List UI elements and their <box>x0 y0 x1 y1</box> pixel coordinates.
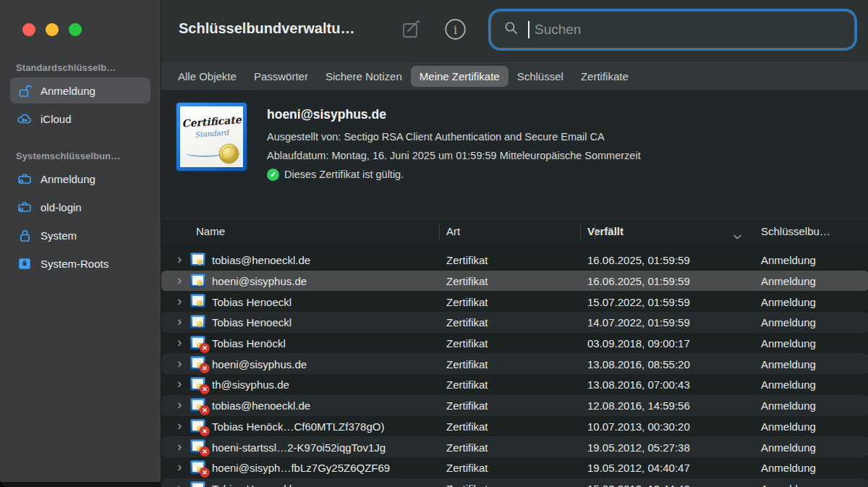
table-row[interactable]: ›Tobias HenoecklZertifikat14.07.2022, 01… <box>161 312 868 333</box>
column-divider[interactable] <box>439 224 440 240</box>
compose-button[interactable] <box>400 19 423 42</box>
sidebar-item-label: iCloud <box>41 113 72 125</box>
table-row[interactable]: ›✕tobias@henoeckl.deZertifikat12.08.2016… <box>161 395 868 416</box>
sidebar-item-label: Anmeldung <box>41 173 95 185</box>
disclosure-chevron-icon[interactable]: › <box>177 480 182 487</box>
disclosure-chevron-icon[interactable]: › <box>177 398 182 412</box>
cell-schluesselbund: Anmeldung <box>761 316 816 329</box>
table-row[interactable]: ›✕hoeni@sisyph…fbLz7Gy25Z6QZF69Zertifika… <box>161 457 868 478</box>
disclosure-chevron-icon[interactable]: › <box>177 253 182 266</box>
disclosure-chevron-icon[interactable]: › <box>177 315 182 329</box>
sidebar-item-icloud[interactable]: iCloud <box>10 106 150 132</box>
table-row[interactable]: ›✕hoeni@sisyphus.deZertifikat13.08.2016,… <box>161 353 868 374</box>
issued-by-line: Ausgestellt von: Sectigo RSA Client Auth… <box>267 127 641 146</box>
cell-art: Zertifikat <box>446 275 488 287</box>
cell-name: Tobias Henoeckl… <box>212 482 302 487</box>
table-row[interactable]: ›✕hoeni-startssl…2-K97oi52iqgTov1JgZerti… <box>161 436 868 457</box>
cell-verfaellt: 12.08.2016, 14:59:56 <box>587 399 690 412</box>
tab-schl-ssel[interactable]: Schlüssel <box>509 66 572 87</box>
cell-schluesselbund: Anmeldung <box>761 378 816 391</box>
cell-art: Zertifikat <box>446 482 488 487</box>
close-button[interactable] <box>22 23 35 36</box>
info-button[interactable]: i <box>443 19 467 42</box>
column-divider[interactable] <box>595 224 595 240</box>
column-divider[interactable] <box>580 224 581 240</box>
search-placeholder: Suchen <box>535 22 581 38</box>
cell-schluesselbund: Anmeldung <box>761 482 816 487</box>
tab-alle-objekte[interactable]: Alle Objekte <box>169 66 245 87</box>
table-row[interactable]: ›Tobias HenoecklZertifikat15.07.2022, 01… <box>161 291 868 312</box>
cell-verfaellt: 03.09.2018, 09:00:17 <box>587 337 690 350</box>
keychain-access-window: Standardschlüsselb…AnmeldungiCloudSystem… <box>0 0 868 487</box>
cell-name: Tobias Henoeckl <box>212 316 292 329</box>
minimize-button[interactable] <box>46 23 59 36</box>
cell-schluesselbund: Anmeldung <box>761 275 816 287</box>
cloud-key-icon <box>17 111 33 127</box>
cell-schluesselbund: Anmeldung <box>761 420 816 432</box>
expired-x-badge: ✕ <box>200 405 210 415</box>
padlock-icon <box>17 227 33 243</box>
certificate-glyph <box>190 481 205 487</box>
certificate-detail-pane: Certificate Standard <box>161 91 868 219</box>
disclosure-chevron-icon[interactable]: › <box>177 273 182 287</box>
disclosure-chevron-icon[interactable]: › <box>177 335 182 349</box>
column-header-art[interactable]: Art <box>446 225 460 237</box>
svg-text:i: i <box>453 23 456 37</box>
column-header-verfaellt[interactable]: Verfällt <box>587 225 624 237</box>
certificate-glyph <box>190 253 205 266</box>
cell-art: Zertifikat <box>446 254 488 266</box>
column-header-name[interactable]: Name <box>196 225 225 237</box>
column-header-schluesselbund[interactable]: Schlüsselbu… <box>761 225 830 237</box>
cell-verfaellt: 13.08.2016, 08:55:20 <box>587 357 690 370</box>
table-row[interactable]: ›hoeni@sisyphus.deZertifikat16.06.2025, … <box>161 271 868 292</box>
table-row[interactable]: ›✕th@sisyphus.deZertifikat13.08.2016, 07… <box>161 374 868 395</box>
cell-name: hoeni-startssl…2-K97oi52iqgTov1Jg <box>212 441 386 453</box>
sidebar-item-old-login[interactable]: old-login <box>10 194 150 220</box>
search-input[interactable]: Suchen <box>491 12 854 48</box>
certificate-subword: Standard <box>180 127 243 140</box>
table-row[interactable]: ›✕Tobias HenöcklZertifikat03.09.2018, 09… <box>161 333 868 354</box>
disclosure-chevron-icon[interactable]: › <box>177 460 182 474</box>
sidebar-item-anmeldung[interactable]: Anmeldung <box>10 166 150 192</box>
disclosure-chevron-icon[interactable]: › <box>177 418 182 432</box>
disclosure-chevron-icon[interactable]: › <box>177 356 182 370</box>
cell-name: hoeni@sisyphus.de <box>212 275 307 287</box>
tab-zertifikate[interactable]: Zertifikate <box>572 66 637 87</box>
certificate-expired-icon: ✕ <box>190 460 207 475</box>
cell-verfaellt: 15.07.2022, 01:59:59 <box>587 295 690 308</box>
cell-name: Tobias Henöck…Cf60MTLZf378gO) <box>212 420 384 432</box>
certificate-paper: Certificate Standard <box>180 106 243 167</box>
sidebar-item-anmeldung[interactable]: Anmeldung <box>10 77 150 103</box>
cell-schluesselbund: Anmeldung <box>761 357 816 370</box>
table-row[interactable]: ›✕Tobias Henoeckl…Zertifikat15.03.2012, … <box>161 478 868 487</box>
expiry-line: Ablaufdatum: Montag, 16. Juni 2025 um 01… <box>267 146 641 165</box>
disclosure-chevron-icon[interactable]: › <box>177 294 182 308</box>
text-caret <box>528 21 529 38</box>
certificate-glyph <box>190 274 205 287</box>
certificate-expired-icon: ✕ <box>190 356 207 371</box>
sidebar-item-system-roots[interactable]: System-Roots <box>10 250 150 276</box>
sidebar-list: Standardschlüsselb…AnmeldungiCloudSystem… <box>0 61 161 279</box>
tab-meine-zertifikate[interactable]: Meine Zertifikate <box>411 66 509 87</box>
sidebar-item-system[interactable]: System <box>10 222 150 248</box>
cell-schluesselbund: Anmeldung <box>761 337 816 350</box>
disclosure-chevron-icon[interactable]: › <box>177 439 182 453</box>
window-bottom-edge <box>0 482 161 487</box>
certificate-word: Certificate <box>180 114 243 130</box>
tab-passw-rter[interactable]: Passwörter <box>245 66 317 87</box>
cell-name: hoeni@sisyph…fbLz7Gy25Z6QZF69 <box>212 462 390 474</box>
tab-sichere-notizen[interactable]: Sichere Notizen <box>317 66 411 87</box>
expired-x-badge: ✕ <box>200 446 210 457</box>
keychain-box-icon <box>17 199 33 215</box>
table-row[interactable]: ›tobias@henoeckl.deZertifikat16.06.2025,… <box>161 250 868 271</box>
cell-schluesselbund: Anmeldung <box>761 399 816 412</box>
certificate-icon <box>190 253 207 268</box>
sidebar-item-label: Anmeldung <box>41 85 95 97</box>
disclosure-chevron-icon[interactable]: › <box>177 377 182 391</box>
table-row[interactable]: ›✕Tobias Henöck…Cf60MTLZf378gO)Zertifika… <box>161 416 868 437</box>
sidebar: Standardschlüsselb…AnmeldungiCloudSystem… <box>0 0 161 487</box>
zoom-button[interactable] <box>69 23 82 36</box>
cell-verfaellt: 14.07.2022, 01:59:59 <box>587 316 690 329</box>
certificate-expired-icon: ✕ <box>190 398 207 413</box>
certificate-expired-icon: ✕ <box>190 419 207 434</box>
